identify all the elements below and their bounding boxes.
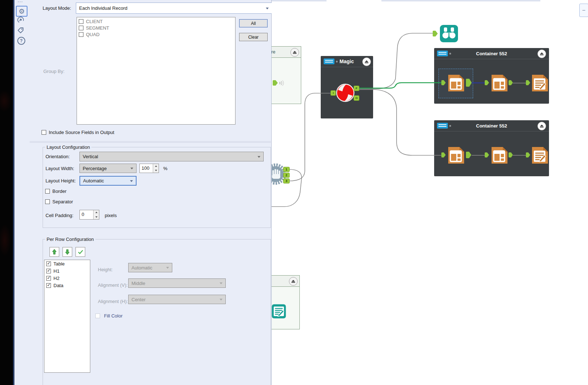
chevron-down-icon xyxy=(130,168,133,169)
cell-padding-label: Cell Padding: xyxy=(46,213,73,218)
workflow-canvas[interactable]: – re xyxy=(272,0,588,385)
apply-check-button[interactable] xyxy=(75,247,85,257)
layout-tool-icon[interactable] xyxy=(446,146,465,165)
macro-red-icon[interactable] xyxy=(335,83,355,103)
help-icon[interactable] xyxy=(17,37,25,45)
wire-gray-connection[interactable] xyxy=(513,83,526,83)
move-down-button[interactable] xyxy=(62,247,72,257)
container-552-bottom[interactable]: Container 552 xyxy=(434,120,549,176)
alignment-v-label: Alignment (V): xyxy=(98,282,127,288)
row-data-label: Data xyxy=(53,283,63,288)
row-h1-checkbox[interactable] xyxy=(46,269,51,273)
container-title-fragment: re xyxy=(272,49,276,55)
zoom-out-button[interactable]: – xyxy=(579,4,588,17)
layout-tool-2-output-anchor[interactable] xyxy=(509,80,513,85)
magic-input-anchor[interactable]: I xyxy=(330,90,336,96)
move-up-button[interactable] xyxy=(49,247,59,257)
partial-container-topleft[interactable]: re xyxy=(272,46,301,104)
render-tool-icon[interactable] xyxy=(272,303,287,320)
row-table-checkbox[interactable] xyxy=(46,261,51,266)
row-h2-checkbox[interactable] xyxy=(46,276,51,281)
magic-container-title: Magic xyxy=(340,59,354,64)
separator-checkbox[interactable] xyxy=(45,199,50,204)
layout-tool-input-anchor[interactable] xyxy=(441,152,446,157)
hand-tool-output-anchor-2[interactable]: 2 xyxy=(283,173,290,178)
separator-label: Separator xyxy=(52,199,73,204)
anchor-label: 2 xyxy=(285,173,287,177)
layout-tool-2-icon[interactable] xyxy=(490,146,509,165)
chevron-down-icon xyxy=(266,8,269,9)
include-source-checkbox[interactable] xyxy=(42,130,46,135)
layout-tool-2-input-anchor[interactable] xyxy=(485,80,489,85)
render-tool-input-anchor[interactable] xyxy=(526,152,530,157)
anchor-label: F xyxy=(356,87,358,90)
collapse-container-button[interactable] xyxy=(537,122,546,130)
layout-height-select[interactable]: Automatic xyxy=(79,176,137,186)
group-by-field-list[interactable] xyxy=(77,17,235,125)
container-header[interactable]: Container 552 xyxy=(434,48,549,59)
magic-tool-container[interactable]: Magic I F O xyxy=(321,56,373,118)
collapse-container-button[interactable] xyxy=(289,277,298,286)
render-tool-icon[interactable] xyxy=(530,146,549,165)
layout-tool-output-anchor[interactable] xyxy=(466,152,471,158)
row-elements-list[interactable] xyxy=(44,260,90,373)
layout-tool-2-output-anchor[interactable] xyxy=(509,152,513,157)
row-height-value: Automatic xyxy=(131,265,152,271)
minus-icon: – xyxy=(583,7,585,13)
container-type-icon xyxy=(324,59,334,64)
cell-padding-input[interactable]: 0 xyxy=(79,210,99,220)
tag-annotation-icon[interactable] xyxy=(17,26,25,34)
configuration-tab-gear-icon[interactable] xyxy=(16,6,27,17)
fill-color-checkbox[interactable] xyxy=(95,313,100,318)
layout-tool-icon[interactable] xyxy=(446,74,465,92)
hand-tool-output-anchor-1[interactable]: 1 xyxy=(283,167,290,172)
spinner-buttons[interactable] xyxy=(153,164,159,173)
screen-smudge xyxy=(0,224,11,256)
layout-mode-select[interactable]: Each Individual Record xyxy=(76,3,272,14)
row-data-checkbox[interactable] xyxy=(46,283,51,288)
border-checkbox[interactable] xyxy=(45,189,50,194)
wireless-signal-icon xyxy=(278,79,286,87)
orientation-select[interactable]: Vertical xyxy=(79,152,264,161)
container-552-top[interactable]: Container 552 xyxy=(434,48,549,104)
wire-gray-connection[interactable] xyxy=(513,155,526,156)
browse-input-anchor[interactable] xyxy=(433,31,438,36)
spinner-buttons[interactable] xyxy=(93,210,99,219)
render-tool-input-anchor[interactable] xyxy=(526,80,530,85)
field-segment-checkbox[interactable] xyxy=(79,26,83,30)
field-client-checkbox[interactable] xyxy=(79,19,83,24)
collapse-container-button[interactable] xyxy=(362,57,371,66)
tab-strip-fragment xyxy=(381,0,540,1)
field-quad-checkbox[interactable] xyxy=(79,32,83,37)
all-button[interactable]: All xyxy=(239,19,268,27)
container-header[interactable]: Container 552 xyxy=(434,120,549,131)
layout-width-select[interactable]: Percentage xyxy=(79,164,137,173)
render-tool-icon[interactable] xyxy=(530,74,549,92)
collapse-container-button[interactable] xyxy=(290,48,299,57)
panel-drag-dots-icon[interactable]: ⋯ xyxy=(17,0,23,5)
row-height-label: Height: xyxy=(98,267,113,272)
screen-smudge xyxy=(0,90,12,112)
alignment-h-select: Center xyxy=(128,295,226,304)
browse-tool-icon[interactable] xyxy=(440,25,458,43)
field-segment-label: SEGMENT xyxy=(86,25,109,31)
magic-output-anchor-o[interactable]: O xyxy=(354,95,359,101)
layout-tool-2-icon[interactable] xyxy=(490,74,509,92)
wire-blue-connection[interactable] xyxy=(472,82,485,83)
partial-container-bottomleft[interactable] xyxy=(272,275,300,329)
container-header[interactable] xyxy=(272,276,299,287)
layout-tool-2-input-anchor[interactable] xyxy=(485,152,489,157)
cell-padding-unit: pixels xyxy=(105,213,117,218)
wire-gray-connection[interactable] xyxy=(472,155,485,156)
container-552-bottom-title: Container 552 xyxy=(434,123,549,129)
run-results-icon[interactable] xyxy=(17,16,25,24)
row-h1-label: H1 xyxy=(53,268,60,274)
magic-output-anchor-f[interactable]: F xyxy=(354,86,359,91)
container-header[interactable]: re xyxy=(272,47,301,58)
collapse-container-button[interactable] xyxy=(537,49,546,58)
hand-tool-output-anchor-3[interactable]: 3 xyxy=(283,178,290,183)
container-header[interactable]: Magic xyxy=(321,56,373,67)
clear-button[interactable]: Clear xyxy=(239,33,268,41)
layout-width-number-input[interactable]: 100 xyxy=(139,164,159,173)
chevron-down-icon xyxy=(220,282,222,284)
